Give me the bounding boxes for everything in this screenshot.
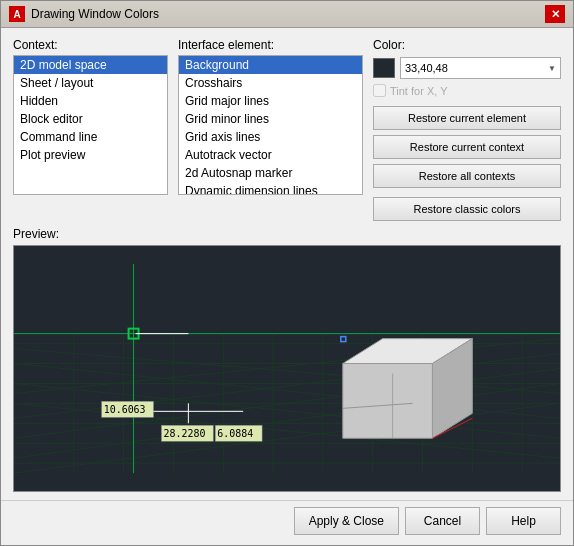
restore-all-contexts-button[interactable]: Restore all contexts bbox=[373, 164, 561, 188]
context-panel: Context: 2D model space Sheet / layout H… bbox=[13, 38, 168, 195]
restore-classic-colors-button[interactable]: Restore classic colors bbox=[373, 197, 561, 221]
svg-rect-0 bbox=[14, 264, 560, 473]
context-item-sheet-layout[interactable]: Sheet / layout bbox=[14, 74, 167, 92]
tint-checkbox-row: Tint for X, Y bbox=[373, 84, 561, 97]
help-button[interactable]: Help bbox=[486, 507, 561, 535]
svg-text:28.2280: 28.2280 bbox=[163, 428, 205, 439]
color-dropdown-wrapper[interactable]: 33,40,48 ▼ bbox=[400, 57, 561, 79]
interface-item-autotrack[interactable]: Autotrack vector bbox=[179, 146, 362, 164]
context-item-2d-model-space[interactable]: 2D model space bbox=[14, 56, 167, 74]
interface-item-background[interactable]: Background bbox=[179, 56, 362, 74]
context-item-block-editor[interactable]: Block editor bbox=[14, 110, 167, 128]
color-panel: Color: 33,40,48 ▼ Tint for X, Y Restore … bbox=[373, 38, 561, 221]
context-item-hidden[interactable]: Hidden bbox=[14, 92, 167, 110]
interface-item-grid-major[interactable]: Grid major lines bbox=[179, 92, 362, 110]
restore-current-context-button[interactable]: Restore current context bbox=[373, 135, 561, 159]
cancel-button[interactable]: Cancel bbox=[405, 507, 480, 535]
main-content: Context: 2D model space Sheet / layout H… bbox=[1, 28, 573, 500]
preview-label: Preview: bbox=[13, 227, 561, 241]
context-item-plot-preview[interactable]: Plot preview bbox=[14, 146, 167, 164]
interface-item-crosshairs[interactable]: Crosshairs bbox=[179, 74, 362, 92]
context-item-command-line[interactable]: Command line bbox=[14, 128, 167, 146]
interface-item-grid-minor[interactable]: Grid minor lines bbox=[179, 110, 362, 128]
color-label: Color: bbox=[373, 38, 561, 52]
title-bar-left: A Drawing Window Colors bbox=[9, 6, 159, 22]
preview-canvas: 10.6063 28.2280 6.0884 bbox=[13, 245, 561, 492]
close-button[interactable]: ✕ bbox=[545, 5, 565, 23]
apply-close-button[interactable]: Apply & Close bbox=[294, 507, 399, 535]
drawing-window-colors-dialog: A Drawing Window Colors ✕ Context: 2D mo… bbox=[0, 0, 574, 546]
color-swatch bbox=[373, 58, 395, 78]
interface-list-container: Background Crosshairs Grid major lines G… bbox=[178, 55, 363, 195]
restore-current-element-button[interactable]: Restore current element bbox=[373, 106, 561, 130]
context-label: Context: bbox=[13, 38, 168, 52]
dropdown-arrow-icon: ▼ bbox=[548, 64, 556, 73]
color-row: 33,40,48 ▼ bbox=[373, 57, 561, 79]
dialog-title: Drawing Window Colors bbox=[31, 7, 159, 21]
context-list[interactable]: 2D model space Sheet / layout Hidden Blo… bbox=[13, 55, 168, 195]
restore-buttons: Restore current element Restore current … bbox=[373, 106, 561, 221]
tint-label: Tint for X, Y bbox=[390, 85, 447, 97]
interface-item-autosnap[interactable]: 2d Autosnap marker bbox=[179, 164, 362, 182]
app-icon: A bbox=[9, 6, 25, 22]
interface-item-grid-axis[interactable]: Grid axis lines bbox=[179, 128, 362, 146]
interface-item-dynamic-dim[interactable]: Dynamic dimension lines bbox=[179, 182, 362, 195]
preview-svg: 10.6063 28.2280 6.0884 bbox=[14, 246, 560, 491]
tint-checkbox-input[interactable] bbox=[373, 84, 386, 97]
interface-list[interactable]: Background Crosshairs Grid major lines G… bbox=[178, 55, 363, 195]
preview-section: Preview: bbox=[13, 227, 561, 492]
top-section: Context: 2D model space Sheet / layout H… bbox=[13, 38, 561, 221]
svg-text:6.0884: 6.0884 bbox=[217, 428, 253, 439]
svg-marker-39 bbox=[343, 364, 433, 439]
interface-label: Interface element: bbox=[178, 38, 363, 52]
bottom-bar: Apply & Close Cancel Help bbox=[1, 500, 573, 545]
interface-panel: Interface element: Background Crosshairs… bbox=[178, 38, 363, 195]
color-value: 33,40,48 bbox=[405, 62, 548, 74]
title-bar: A Drawing Window Colors ✕ bbox=[1, 1, 573, 28]
svg-text:10.6063: 10.6063 bbox=[104, 404, 146, 415]
